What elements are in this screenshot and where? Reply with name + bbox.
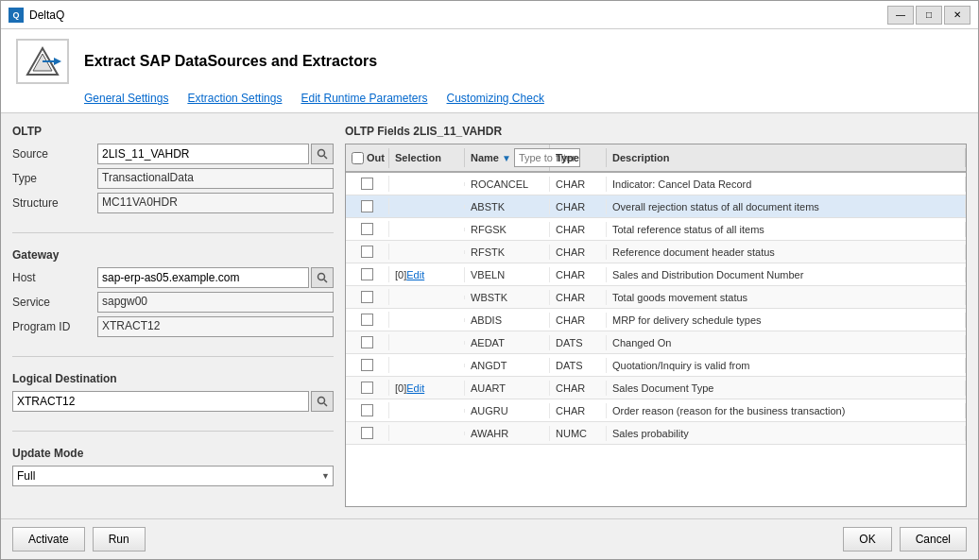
row-checkbox[interactable] [361,268,373,280]
logical-dest-label: Logical Destination [12,372,334,385]
row-checkbox-cell [346,402,389,418]
row-type: CHAR [550,199,607,214]
row-checkbox[interactable] [361,336,373,348]
svg-point-10 [318,398,325,404]
out-all-checkbox[interactable] [352,152,364,164]
row-selection [389,409,465,413]
row-checkbox[interactable] [361,223,373,235]
divider-2 [12,356,334,357]
edit-link[interactable]: Edit [406,269,424,280]
svg-point-8 [318,274,325,280]
row-checkbox[interactable] [361,404,373,416]
table-row: AUGRU CHAR Order reason (reason for the … [346,399,966,422]
row-checkbox[interactable] [361,246,373,258]
row-desc: Reference document header status [607,245,966,260]
source-input[interactable] [97,144,309,164]
source-row: Source [12,144,334,164]
th-name: Name ▼ [465,144,550,171]
row-type: DATS [550,358,607,373]
table-row: RFSTK CHAR Reference document header sta… [346,241,966,263]
nav-edit-runtime[interactable]: Edit Runtime Parameters [301,92,427,105]
row-checkbox-cell [346,334,389,350]
th-selection: Selection [389,148,465,167]
row-selection [389,250,465,254]
ok-button[interactable]: OK [843,527,891,552]
row-name: AEDAT [465,335,550,350]
service-input-wrap: sapgw00 [97,292,334,313]
row-checkbox[interactable] [361,359,373,371]
svg-marker-5 [54,58,61,65]
nav-customizing-check[interactable]: Customizing Check [447,92,544,105]
right-panel: OLTP Fields 2LIS_11_VAHDR Out Selection … [345,125,967,507]
source-input-wrap [97,144,334,164]
header: Extract SAP DataSources and Extractors G… [1,29,978,113]
table-row: AWAHR NUMC Sales probability [346,422,966,445]
host-label: Host [12,271,97,284]
table-row: ABSTK CHAR Overall rejection status of a… [346,195,966,218]
row-desc: Sales probability [607,426,966,441]
divider-3 [12,431,334,432]
run-button[interactable]: Run [93,527,146,552]
host-input-wrap [97,267,334,288]
row-type: CHAR [550,290,607,305]
row-name: RFSTK [465,245,550,260]
row-type: CHAR [550,313,607,328]
source-search-button[interactable] [311,144,334,164]
row-desc: MRP for delivery schedule types [607,313,966,328]
row-name: AUGRU [465,403,550,418]
th-out: Out [346,148,389,168]
row-checkbox[interactable] [361,427,373,439]
minimize-button[interactable]: — [887,6,914,25]
table-row: ANGDT DATS Quotation/Inquiry is valid fr… [346,354,966,377]
logical-dest-input-wrap [12,391,334,412]
row-selection [389,364,465,367]
activate-button[interactable]: Activate [12,527,85,552]
update-mode-select[interactable]: Full Delta Init [12,466,334,486]
row-checkbox[interactable] [361,382,373,394]
fields-table: Out Selection Name ▼ Type Description [345,144,967,507]
svg-line-11 [324,403,327,406]
header-title: Extract SAP DataSources and Extractors [84,53,377,70]
row-checkbox[interactable] [361,291,373,303]
filter-funnel-icon: ▼ [502,153,511,163]
structure-value: MC11VA0HDR [97,193,334,213]
service-value: sapgw00 [97,292,334,313]
maximize-button[interactable]: □ [916,6,942,25]
row-checkbox-cell [346,425,389,441]
host-search-button[interactable] [311,267,334,288]
row-selection [389,296,465,299]
row-type: CHAR [550,245,607,260]
row-name: ABDIS [465,313,550,328]
row-checkbox[interactable] [361,178,373,190]
row-type: CHAR [550,267,607,282]
row-name: ABSTK [465,199,550,214]
cancel-button[interactable]: Cancel [900,527,967,552]
program-id-input-wrap: XTRACT12 [97,316,334,337]
close-button[interactable]: ✕ [944,6,970,25]
row-checkbox[interactable] [361,200,373,212]
nav-extraction-settings[interactable]: Extraction Settings [187,92,282,105]
edit-link[interactable]: Edit [406,382,424,394]
nav-general-settings[interactable]: General Settings [84,92,168,105]
row-type: CHAR [550,403,607,418]
table-row: ABDIS CHAR MRP for delivery schedule typ… [346,309,966,331]
row-selection [389,318,465,322]
gateway-section: Gateway Host Service [12,248,334,341]
footer-left: Activate Run [12,527,146,552]
svg-text:Q: Q [12,10,19,20]
row-name: RFGSK [465,222,550,237]
type-input-wrap: TransactionalData [97,168,334,189]
app-icon: Q [9,8,24,23]
row-desc: Quotation/Inquiry is valid from [607,358,966,373]
row-type: NUMC [550,426,607,441]
host-input[interactable] [97,267,309,288]
row-type: CHAR [550,177,607,192]
structure-input-wrap: MC11VA0HDR [97,193,334,213]
row-selection [389,432,465,435]
table-header: Out Selection Name ▼ Type Description [346,144,966,173]
title-bar: Q DeltaQ — □ ✕ [1,1,978,29]
logical-dest-search-button[interactable] [311,391,334,412]
logical-dest-input[interactable] [12,391,309,412]
row-type: CHAR [550,381,607,396]
row-checkbox[interactable] [361,314,373,326]
